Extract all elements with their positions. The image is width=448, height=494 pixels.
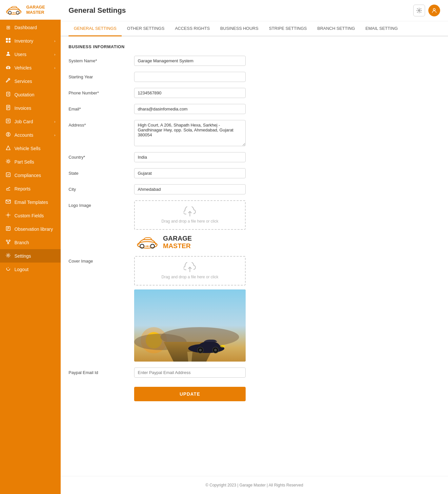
gear-button[interactable] (413, 5, 425, 16)
paypal-input[interactable] (134, 367, 246, 378)
state-input[interactable] (134, 168, 246, 178)
sidebar-item-invoices[interactable]: Invoices (0, 101, 61, 115)
svg-point-67 (214, 349, 217, 351)
sidebar-item-dashboard[interactable]: ⊞ Dashboard (0, 21, 61, 34)
services-icon (5, 78, 11, 84)
settings-content: BUSINESS INFORMATION System Name* Starti… (61, 36, 448, 463)
sidebar-nav: ⊞ Dashboard Inventory › Users › Vehicles… (0, 20, 61, 494)
phone-label: Phone Number* (69, 88, 134, 95)
reports-icon (5, 186, 11, 192)
sidebar-item-jobcard[interactable]: Job Card › (0, 115, 61, 128)
sidebar-item-label: Email Templates (14, 200, 48, 205)
compliances-icon (5, 172, 11, 178)
sidebar-item-label: Compliances (14, 173, 41, 178)
starting-year-input[interactable] (134, 72, 246, 82)
phone-input[interactable] (134, 88, 246, 98)
sidebar-item-label: Part Sells (14, 159, 34, 165)
settings-icon (5, 253, 11, 259)
city-input[interactable] (134, 184, 246, 194)
svg-point-10 (7, 52, 9, 54)
sidebar-item-label: Reports (14, 186, 31, 191)
svg-point-47 (433, 9, 435, 10)
system-name-label: System Name* (69, 56, 134, 63)
starting-year-label: Starting Year (69, 72, 134, 79)
system-name-row: System Name* (69, 56, 337, 66)
sidebar-item-quotation[interactable]: Quotation (0, 88, 61, 101)
svg-rect-9 (9, 41, 10, 43)
section-business-info: BUSINESS INFORMATION (69, 44, 440, 49)
svg-point-66 (199, 349, 202, 351)
city-label: City (69, 184, 134, 192)
svg-rect-6 (6, 38, 8, 40)
part-sells-icon (5, 159, 11, 165)
sidebar-item-label: Vehicle Sells (14, 146, 40, 151)
sidebar-item-observation-library[interactable]: Observation library (0, 222, 61, 236)
svg-point-5 (13, 12, 14, 13)
tab-business-hours[interactable]: BUSINESS HOURS (215, 21, 264, 36)
sidebar-item-reports[interactable]: Reports (0, 182, 61, 195)
sidebar-item-vehicles[interactable]: Vehicles › (0, 61, 61, 74)
sidebar-item-users[interactable]: Users › (0, 48, 61, 61)
address-label: Address* (69, 120, 134, 128)
user-avatar-button[interactable] (428, 5, 440, 16)
svg-point-43 (8, 255, 9, 256)
chevron-right-icon: › (54, 39, 55, 43)
country-input[interactable] (134, 152, 246, 162)
sidebar-item-label: Custom Fields (14, 213, 44, 218)
update-button[interactable]: UPDATE (134, 387, 246, 401)
tab-stripe-settings[interactable]: STRIPE SETTINGS (264, 21, 312, 36)
sidebar-item-label: Quotation (14, 92, 34, 97)
svg-point-29 (7, 160, 9, 162)
sidebar-item-label: Invoices (14, 106, 31, 111)
sidebar-item-services[interactable]: Services (0, 74, 61, 88)
inventory-icon (5, 38, 11, 44)
address-input[interactable]: High Court, A 206, Shapath Hexa, Sarkhej… (134, 120, 246, 146)
vehicle-sells-icon (5, 145, 11, 151)
dashboard-icon: ⊞ (5, 25, 11, 30)
sidebar-item-settings[interactable]: Settings (0, 249, 61, 263)
page-footer: © Copyright 2023 | Garage Master | All R… (61, 476, 448, 494)
sidebar-item-part-sells[interactable]: Part Sells (0, 155, 61, 168)
tab-email-setting[interactable]: EMAIL SETTING (360, 21, 403, 36)
sidebar-item-accounts[interactable]: Accounts › (0, 128, 61, 142)
chevron-right-icon: › (54, 133, 55, 137)
header-icons (413, 5, 440, 16)
quotation-icon (5, 91, 11, 98)
sidebar-item-inventory[interactable]: Inventory › (0, 34, 61, 48)
country-row: Country* (69, 152, 337, 162)
sidebar-item-vehicle-sells[interactable]: Vehicle Sells (0, 142, 61, 155)
email-input[interactable] (134, 104, 246, 114)
svg-point-40 (8, 243, 9, 244)
cover-upload-box[interactable]: Drag and drop a file here or click (134, 256, 246, 286)
svg-line-42 (8, 241, 10, 243)
observation-library-icon (5, 226, 11, 232)
tab-general-settings[interactable]: GENERAL SETTINGS (69, 21, 122, 36)
sidebar-item-email-templates[interactable]: Email Templates (0, 195, 61, 209)
logo-preview-car-icon (134, 234, 160, 250)
sidebar-item-branch[interactable]: Branch (0, 236, 61, 249)
settings-gear-icon (416, 8, 422, 13)
logo-upload-box[interactable]: Drag and drop a file here or click (134, 200, 246, 230)
sidebar-item-compliances[interactable]: Compliances (0, 168, 61, 182)
logo-upload-text: Drag and drop a file here or click (161, 219, 218, 224)
logo-text: GARAGE MASTER (26, 5, 45, 15)
email-label: Email* (69, 104, 134, 111)
svg-point-39 (9, 240, 10, 241)
tab-branch-setting[interactable]: BRANCH SETTING (312, 21, 360, 36)
sidebar-item-label: Services (14, 79, 32, 84)
logo-preview: GARAGE MASTER (134, 234, 246, 250)
sidebar-item-custom-fields[interactable]: Custom Fields (0, 209, 61, 222)
tab-other-settings[interactable]: OTHER SETTINGS (122, 21, 170, 36)
sidebar-item-logout[interactable]: Logout (0, 263, 61, 276)
upload-cloud-icon (184, 207, 196, 217)
svg-marker-28 (6, 146, 10, 150)
tab-access-rights[interactable]: ACCESS RIGHTS (170, 21, 215, 36)
sidebar-item-label: Job Card (14, 119, 33, 124)
sidebar-item-label: Observation library (14, 227, 53, 232)
sidebar-item-label: Logout (14, 267, 29, 272)
chevron-right-icon: › (54, 120, 55, 124)
sidebar-item-label: Inventory (14, 38, 33, 44)
logo-label: Logo Image (69, 200, 134, 208)
cover-label: Cover Image (69, 256, 134, 264)
system-name-input[interactable] (134, 56, 246, 66)
